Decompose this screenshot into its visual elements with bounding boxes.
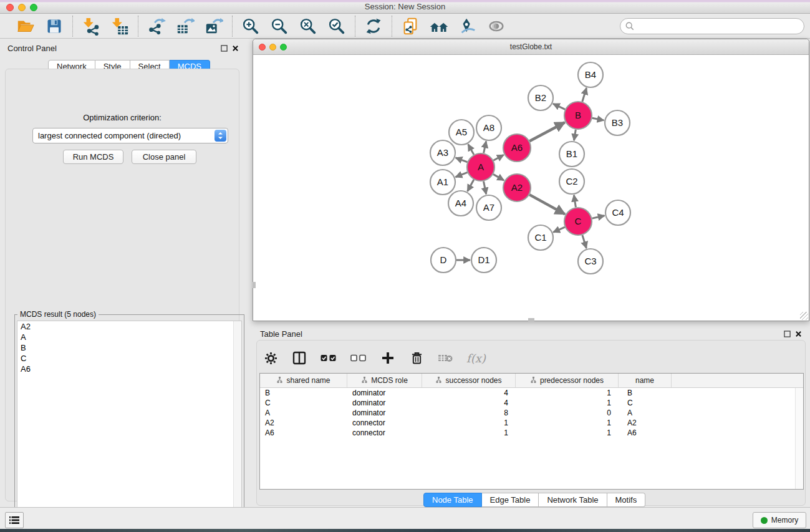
- graph-edge-C-C2[interactable]: [574, 195, 576, 208]
- graph-node-C4[interactable]: C4: [605, 200, 630, 225]
- mcds-result-item[interactable]: B: [17, 342, 241, 353]
- table-cell[interactable]: 4: [422, 388, 516, 398]
- graph-edge-C-C1[interactable]: [553, 227, 565, 232]
- save-session-icon[interactable]: [42, 16, 66, 37]
- table-cell[interactable]: B: [260, 388, 347, 398]
- tab-node-table[interactable]: Node Table: [423, 493, 482, 507]
- table-cell[interactable]: A6: [260, 428, 347, 438]
- table-cell[interactable]: A6: [619, 428, 672, 438]
- table-cell[interactable]: 1: [516, 428, 619, 438]
- graph-node-B2[interactable]: B2: [528, 85, 553, 110]
- close-panel-icon[interactable]: [231, 44, 239, 52]
- graph-node-D1[interactable]: D1: [471, 248, 496, 273]
- open-session-icon[interactable]: [14, 16, 37, 37]
- zoom-in-icon[interactable]: [239, 16, 263, 37]
- graph-edge-A-A4[interactable]: [468, 180, 474, 191]
- table-options-icon[interactable]: [263, 350, 278, 366]
- graph-node-D[interactable]: D: [431, 248, 456, 273]
- scrollbar-track[interactable]: [233, 321, 241, 525]
- graph-edge-A6-B[interactable]: [529, 122, 565, 141]
- table-row[interactable]: A6connector11A6: [260, 428, 803, 438]
- task-history-button[interactable]: [5, 512, 24, 528]
- tab-edge-table[interactable]: Edge Table: [482, 493, 539, 507]
- deselect-all-check-icon[interactable]: [350, 350, 367, 366]
- table-cell[interactable]: A2: [619, 418, 672, 428]
- graph-edge-A-A5[interactable]: [468, 144, 474, 155]
- criterion-dropdown[interactable]: largest connected component (directed): [32, 128, 228, 143]
- select-all-check-icon[interactable]: [321, 350, 337, 366]
- graph-node-A8[interactable]: A8: [476, 115, 501, 140]
- delete-table-icon[interactable]: [438, 350, 453, 366]
- table-cell[interactable]: dominator: [347, 388, 422, 398]
- graph-node-A6[interactable]: A6: [503, 134, 531, 162]
- mcds-result-item[interactable]: A2: [17, 321, 241, 332]
- graph-edge-A-A2[interactable]: [493, 174, 504, 180]
- mcds-result-item[interactable]: A: [17, 332, 241, 342]
- graph-node-B3[interactable]: B3: [605, 110, 630, 135]
- table-cell[interactable]: B: [619, 388, 672, 398]
- show-all-neighbors-icon[interactable]: [427, 16, 451, 37]
- graph-node-A3[interactable]: A3: [430, 140, 455, 165]
- graph-node-C[interactable]: C: [564, 208, 592, 235]
- close-panel-icon[interactable]: [794, 329, 803, 338]
- graph-node-C2[interactable]: C2: [559, 169, 584, 194]
- graph-edge-B-B3[interactable]: [592, 118, 604, 120]
- function-builder-icon[interactable]: f(x): [466, 350, 486, 366]
- mcds-result-list[interactable]: A2ABCA6: [17, 321, 242, 525]
- column-header-successor-nodes[interactable]: successor nodes: [422, 374, 516, 387]
- memory-button[interactable]: Memory: [753, 512, 806, 528]
- table-cell[interactable]: connector: [347, 418, 422, 428]
- float-panel-icon[interactable]: [219, 44, 228, 52]
- column-header-shared-name[interactable]: shared name: [260, 374, 347, 387]
- table-cell[interactable]: 8: [422, 408, 516, 418]
- graph-node-A7[interactable]: A7: [476, 195, 501, 220]
- column-header-MCDS-role[interactable]: MCDS role: [347, 374, 422, 387]
- splitter-handle[interactable]: [253, 282, 256, 288]
- clone-network-icon[interactable]: [398, 16, 422, 37]
- table-row[interactable]: Bdominator41B: [260, 388, 803, 398]
- table-cell[interactable]: A: [260, 408, 347, 418]
- table-row[interactable]: Adominator80A: [260, 408, 803, 418]
- graph-node-C1[interactable]: C1: [528, 225, 553, 250]
- splitter-handle[interactable]: [528, 318, 534, 321]
- export-image-icon[interactable]: [202, 16, 226, 37]
- export-table-icon[interactable]: [173, 16, 197, 37]
- graph-node-B[interactable]: B: [564, 102, 592, 129]
- graph-edge-B-B4[interactable]: [582, 88, 587, 102]
- table-cell[interactable]: dominator: [347, 398, 422, 408]
- graph-node-C3[interactable]: C3: [578, 249, 603, 274]
- graph-edge-A-A7[interactable]: [484, 181, 486, 195]
- table-cell[interactable]: dominator: [347, 408, 422, 418]
- graph-edge-C-C3[interactable]: [582, 235, 587, 248]
- apply-style-icon[interactable]: [456, 16, 480, 37]
- column-header-name[interactable]: name: [619, 374, 672, 387]
- table-cell[interactable]: A: [619, 408, 672, 418]
- table-cell[interactable]: 1: [422, 418, 516, 428]
- export-network-icon[interactable]: [145, 16, 168, 37]
- network-window-titlebar[interactable]: testGlobe.txt: [253, 39, 809, 55]
- graph-edge-A-A8[interactable]: [484, 142, 486, 153]
- table-cell[interactable]: A2: [260, 418, 347, 428]
- graph-edge-B-B2[interactable]: [553, 104, 565, 109]
- network-canvas[interactable]: AA1A2A3A4A5A6A7A8BB1B2B3B4CC1C2C3C4DD1: [253, 55, 809, 321]
- run-mcds-button[interactable]: Run MCDS: [63, 150, 123, 164]
- mcds-result-item[interactable]: A6: [17, 364, 241, 374]
- tab-network-table[interactable]: Network Table: [539, 493, 607, 507]
- zoom-fit-icon[interactable]: [296, 16, 320, 37]
- scrollbar-track[interactable]: [795, 388, 803, 489]
- network-graph[interactable]: AA1A2A3A4A5A6A7A8BB1B2B3B4CC1C2C3C4DD1: [253, 55, 809, 321]
- table-cell[interactable]: C: [260, 398, 347, 408]
- graph-node-A2[interactable]: A2: [503, 174, 531, 201]
- table-cell[interactable]: C: [619, 398, 672, 408]
- import-network-icon[interactable]: [79, 16, 103, 37]
- search-input[interactable]: [620, 18, 804, 34]
- graph-node-A[interactable]: A: [467, 153, 494, 181]
- table-cell[interactable]: connector: [347, 428, 422, 438]
- import-table-icon[interactable]: [108, 16, 132, 37]
- table-cell[interactable]: 1: [516, 418, 619, 428]
- mcds-result-item[interactable]: C: [17, 353, 241, 364]
- graph-edge-A-A1[interactable]: [456, 172, 468, 177]
- table-row[interactable]: A2connector11A2: [260, 418, 803, 428]
- show-columns-icon[interactable]: [292, 350, 307, 366]
- graph-node-A5[interactable]: A5: [449, 120, 474, 145]
